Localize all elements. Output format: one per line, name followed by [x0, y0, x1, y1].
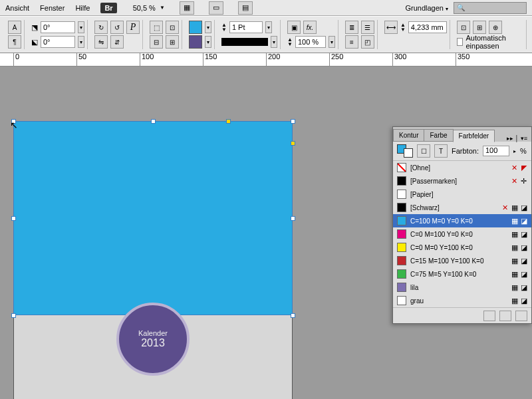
- swatch-name: C=15 M=100 Y=100 K=0: [410, 257, 507, 265]
- swatch-name: lila: [410, 284, 507, 291]
- edge-handle-top[interactable]: [226, 119, 231, 124]
- cmyk-icon: ◪: [520, 231, 527, 238]
- swatch-row[interactable]: [Papier]: [393, 188, 531, 201]
- tab-kontur[interactable]: Kontur: [393, 129, 424, 142]
- stroke-style[interactable]: [221, 38, 268, 46]
- menu-hilfe[interactable]: Hilfe: [75, 4, 90, 12]
- fit-content-icon[interactable]: ⊡: [457, 21, 470, 34]
- tab-farbfelder[interactable]: Farbfelder: [453, 130, 495, 142]
- swatch-row[interactable]: C=75 M=5 Y=100 K=0▦◪: [393, 267, 531, 281]
- formatting-container-icon[interactable]: ☐: [417, 144, 430, 158]
- select-next-icon[interactable]: ⊞: [166, 35, 179, 49]
- char-icon[interactable]: A: [8, 21, 21, 34]
- drop-icon[interactable]: ▾: [271, 36, 277, 48]
- process-icon: ▦: [511, 271, 518, 278]
- swatch-row[interactable]: C=15 M=100 Y=100 K=0▦◪: [393, 254, 531, 267]
- swatch-color-icon: [397, 190, 406, 199]
- swatch-row[interactable]: lila▦◪: [393, 281, 531, 294]
- fx-icon[interactable]: fx.: [303, 21, 317, 34]
- stroke-swatch[interactable]: [189, 35, 202, 49]
- text-icon[interactable]: P: [126, 21, 140, 34]
- swatch-row[interactable]: C=0 M=0 Y=100 K=0▦◪: [393, 241, 531, 254]
- autofit-checkbox[interactable]: Automatisch einpassen: [457, 35, 523, 49]
- menu-ansicht[interactable]: Ansicht: [5, 4, 29, 12]
- width-field[interactable]: 4,233 mm: [408, 21, 447, 33]
- arrange-icon[interactable]: ▤: [238, 1, 253, 15]
- swatch-row[interactable]: [Ohne]✕◤: [393, 161, 531, 174]
- rotate-ccw-icon[interactable]: ↺: [110, 21, 124, 34]
- swatch-row[interactable]: grau▦◪: [393, 294, 531, 307]
- width-icon[interactable]: ⟷: [384, 21, 398, 34]
- drop-icon[interactable]: ▾: [78, 36, 84, 48]
- cmyk-icon: ◪: [520, 271, 527, 278]
- rotation-angle[interactable]: 0°: [41, 21, 75, 33]
- handle-ml[interactable]: [11, 216, 16, 221]
- screen-mode-icon[interactable]: ▭: [209, 1, 223, 15]
- tint-slider-icon[interactable]: ▸: [513, 148, 516, 154]
- handle-tm[interactable]: [151, 119, 156, 124]
- wrap3-icon[interactable]: ≡: [345, 35, 358, 49]
- drop-icon[interactable]: ▾: [265, 21, 272, 33]
- swatch-name: C=75 M=5 Y=100 K=0: [410, 271, 507, 278]
- center-icon[interactable]: ⊕: [489, 21, 502, 34]
- handle-tr[interactable]: [291, 119, 295, 124]
- corner-icon[interactable]: ◰: [361, 35, 374, 49]
- drop-icon[interactable]: ▾: [205, 36, 211, 48]
- calendar-circle[interactable]: Kalender 2013: [116, 303, 190, 376]
- shear-angle[interactable]: 0°: [41, 36, 75, 48]
- stepper-icon[interactable]: ▲▼: [287, 37, 293, 47]
- view-options-icon[interactable]: ▦: [180, 1, 194, 15]
- select-prev-icon[interactable]: ⊟: [150, 35, 163, 49]
- swatch-type-icons: ▦◪: [511, 271, 527, 278]
- search-input[interactable]: 🔍: [454, 2, 527, 14]
- selected-rectangle[interactable]: [13, 121, 293, 315]
- tint-input[interactable]: 100: [483, 146, 509, 156]
- handle-tl[interactable]: [11, 119, 16, 124]
- edge-handle-right[interactable]: [291, 141, 295, 146]
- new-swatch-icon[interactable]: [499, 311, 511, 321]
- handle-bl[interactable]: [11, 313, 16, 318]
- wrap2-icon[interactable]: ☰: [361, 21, 374, 34]
- wrap-icon[interactable]: ≣: [345, 21, 358, 34]
- drop-icon[interactable]: ▾: [205, 21, 211, 33]
- para-icon[interactable]: ¶: [8, 35, 21, 49]
- cmyk-icon: ◪: [520, 217, 527, 225]
- swatch-row[interactable]: [Schwarz]✕▦◪: [393, 201, 531, 214]
- select-content-icon[interactable]: ⊡: [166, 21, 179, 34]
- flip-h-icon[interactable]: ⇋: [94, 35, 108, 49]
- workspace-switcher[interactable]: Grundlagen ▾: [405, 4, 448, 12]
- zoom-level[interactable]: 50,5 %▼: [133, 4, 165, 12]
- swatch-type-icons: ▦◪: [511, 244, 527, 251]
- show-swatches-icon[interactable]: [483, 311, 495, 321]
- cmyk-icon: ◪: [520, 284, 527, 291]
- calendar-title: Kalender: [138, 329, 168, 337]
- rotate-cw-icon[interactable]: ↻: [94, 21, 108, 34]
- drop-shadow-icon[interactable]: ▣: [287, 21, 301, 34]
- select-container-icon[interactable]: ⬚: [150, 21, 163, 34]
- tab-farbe[interactable]: Farbe: [424, 129, 453, 142]
- panel-tabs: Kontur Farbe Farbfelder ▸▸ │ ▾≡: [393, 127, 531, 142]
- drop-icon[interactable]: ▾: [329, 36, 335, 48]
- swatch-row[interactable]: C=0 M=100 Y=0 K=0▦◪: [393, 227, 531, 241]
- swatch-name: [Ohne]: [410, 164, 507, 172]
- swatch-row[interactable]: C=100 M=0 Y=0 K=0▦◪: [393, 214, 531, 227]
- stepper-icon[interactable]: ▲▼: [221, 23, 227, 32]
- delete-swatch-icon[interactable]: [515, 311, 527, 321]
- drop-icon[interactable]: ▾: [78, 21, 84, 33]
- bridge-button[interactable]: Br: [100, 3, 116, 13]
- fill-swatch[interactable]: [189, 21, 202, 34]
- cmyk-icon: ◪: [520, 244, 527, 251]
- handle-br[interactable]: [291, 313, 295, 318]
- stepper-icon[interactable]: ▲▼: [400, 23, 406, 32]
- formatting-text-icon[interactable]: T: [434, 144, 448, 158]
- opacity[interactable]: 100 %: [295, 36, 326, 48]
- menu-fenster[interactable]: Fenster: [40, 4, 65, 12]
- nonedit-icon: ✕: [511, 164, 518, 172]
- stroke-weight[interactable]: 1 Pt: [229, 21, 263, 33]
- collapse-icon[interactable]: ▸▸ │ ▾≡: [503, 135, 531, 142]
- flip-v-icon[interactable]: ⇵: [110, 35, 124, 49]
- handle-mr[interactable]: [291, 216, 295, 221]
- fill-stroke-toggle[interactable]: [397, 144, 413, 158]
- swatch-row[interactable]: [Passermarken]✕✛: [393, 174, 531, 188]
- fit-frame-icon[interactable]: ⊞: [473, 21, 486, 34]
